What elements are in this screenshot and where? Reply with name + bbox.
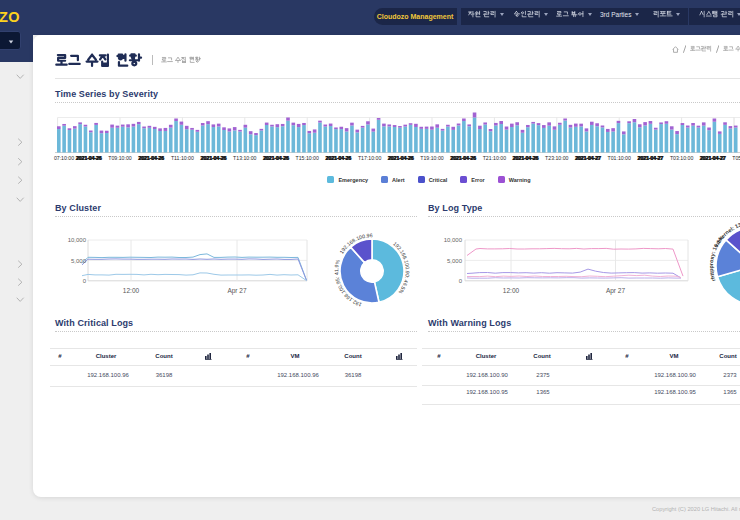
svg-text:10,000: 10,000 — [68, 237, 87, 243]
svg-text:5,000: 5,000 — [447, 258, 463, 264]
svg-text:12:00: 12:00 — [123, 287, 140, 294]
svg-text:Apr 27: Apr 27 — [606, 287, 626, 295]
svg-text:12:00: 12:00 — [503, 287, 520, 294]
svg-text:10,000: 10,000 — [444, 237, 463, 243]
svg-text:0: 0 — [83, 278, 87, 284]
svg-text:5,000: 5,000 — [71, 258, 87, 264]
svg-text:0: 0 — [459, 278, 463, 284]
svg-text:Apr 27: Apr 27 — [227, 287, 247, 295]
